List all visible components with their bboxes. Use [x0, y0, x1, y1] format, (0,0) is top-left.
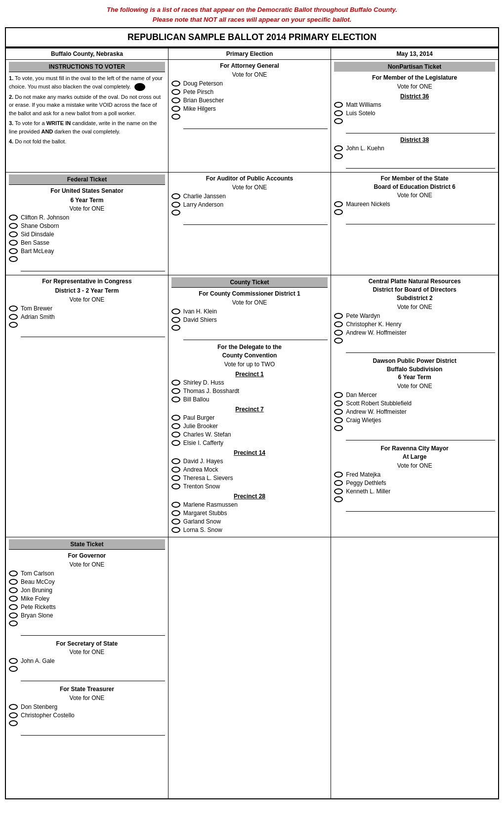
- candidate-oval[interactable]: [171, 527, 180, 533]
- candidate-oval[interactable]: [334, 330, 343, 336]
- write-in-oval[interactable]: [9, 666, 18, 672]
- candidate-oval[interactable]: [171, 106, 180, 112]
- write-in-oval[interactable]: [334, 118, 343, 124]
- candidate-oval[interactable]: [334, 145, 343, 151]
- write-in-oval[interactable]: [334, 496, 343, 502]
- list-item: Peggy Dethlefs: [334, 480, 495, 486]
- candidate-oval[interactable]: [334, 480, 343, 486]
- candidate-oval[interactable]: [171, 432, 180, 437]
- list-item: Margaret Stubbs: [171, 510, 328, 517]
- candidate-oval[interactable]: [334, 321, 343, 327]
- list-item: Craig Wietjes: [334, 417, 495, 424]
- candidate-oval[interactable]: [9, 570, 18, 576]
- legislature-title: For Member of the Legislature: [334, 74, 495, 82]
- list-item: Bart McLeay: [9, 248, 165, 255]
- candidate-oval[interactable]: [9, 658, 18, 664]
- candidate-oval[interactable]: [9, 587, 18, 593]
- write-in-oval[interactable]: [9, 620, 18, 626]
- congress-section: For Representative in Congress District …: [5, 275, 168, 537]
- list-item: Beau McCoy: [9, 578, 165, 585]
- candidate-oval[interactable]: [9, 314, 18, 320]
- write-in-oval[interactable]: [334, 153, 343, 159]
- write-in-oval[interactable]: [171, 114, 180, 120]
- candidate-oval[interactable]: [171, 458, 180, 464]
- auditor-section: For Auditor of Public Accounts Vote for …: [168, 172, 331, 275]
- us-senator-title: For United States Senator: [9, 187, 165, 195]
- candidate-oval[interactable]: [171, 467, 180, 473]
- candidate-oval[interactable]: [171, 483, 180, 489]
- candidate-oval[interactable]: [9, 712, 18, 718]
- candidate-oval[interactable]: [171, 380, 180, 386]
- list-item: Doug Peterson: [171, 80, 328, 87]
- write-in-oval[interactable]: [9, 720, 18, 726]
- candidate-oval[interactable]: [9, 248, 18, 254]
- candidate-oval[interactable]: [171, 193, 180, 199]
- candidate-oval[interactable]: [9, 240, 18, 246]
- candidate-oval[interactable]: [334, 110, 343, 116]
- candidate-oval[interactable]: [9, 215, 18, 220]
- candidate-oval[interactable]: [334, 392, 343, 398]
- candidate-oval[interactable]: [334, 409, 343, 415]
- district36-label: District 36: [334, 93, 495, 100]
- candidate-oval[interactable]: [171, 89, 180, 95]
- candidate-oval[interactable]: [334, 201, 343, 207]
- candidate-oval[interactable]: [9, 596, 18, 602]
- sos-vote: Vote for ONE: [9, 649, 165, 655]
- list-item: Trenton Snow: [171, 483, 328, 490]
- us-senator-vote: Vote for ONE: [9, 205, 165, 212]
- candidate-oval[interactable]: [171, 502, 180, 508]
- county-ticket-header: County Ticket: [171, 277, 328, 288]
- candidate-oval[interactable]: [171, 440, 180, 446]
- candidate-oval[interactable]: [9, 306, 18, 311]
- candidate-oval[interactable]: [171, 317, 180, 323]
- write-in-oval[interactable]: [9, 256, 18, 262]
- central-platte-vote: Vote for ONE: [334, 304, 495, 310]
- candidate-oval[interactable]: [171, 519, 180, 524]
- candidate-oval[interactable]: [171, 415, 180, 421]
- candidate-oval[interactable]: [171, 308, 180, 314]
- candidate-oval[interactable]: [171, 202, 180, 208]
- write-in-oval[interactable]: [171, 325, 180, 331]
- write-in-line: [183, 332, 328, 340]
- write-in-oval[interactable]: [334, 425, 343, 431]
- write-in-line: [183, 121, 328, 129]
- write-in-oval[interactable]: [334, 338, 343, 344]
- list-item: Tom Carlson: [9, 570, 165, 577]
- candidate-oval[interactable]: [171, 475, 180, 481]
- list-item: Tom Brewer: [9, 305, 165, 312]
- candidate-oval[interactable]: [334, 400, 343, 406]
- candidate-oval[interactable]: [171, 97, 180, 103]
- list-item: Larry Anderson: [171, 201, 328, 208]
- candidate-oval[interactable]: [171, 81, 180, 87]
- candidate-oval[interactable]: [171, 423, 180, 429]
- candidate-oval[interactable]: [171, 396, 180, 402]
- candidate-oval[interactable]: [9, 223, 18, 229]
- list-item: Mike Hilgers: [171, 105, 328, 112]
- candidate-oval[interactable]: [334, 313, 343, 319]
- list-item: Luis Sotelo: [334, 110, 495, 117]
- candidate-oval[interactable]: [9, 612, 18, 618]
- candidate-oval[interactable]: [334, 417, 343, 423]
- write-in-oval[interactable]: [9, 322, 18, 328]
- candidate-oval[interactable]: [9, 604, 18, 610]
- candidate-oval[interactable]: [171, 510, 180, 516]
- candidate-oval[interactable]: [334, 472, 343, 478]
- candidate-oval[interactable]: [9, 231, 18, 237]
- election-type: Primary Election: [168, 48, 331, 60]
- list-item: Maureen Nickels: [334, 201, 495, 208]
- candidate-oval[interactable]: [334, 488, 343, 494]
- treasurer-vote: Vote for ONE: [9, 695, 165, 701]
- treasurer-title: For State Treasurer: [9, 685, 165, 694]
- auditor-title: For Auditor of Public Accounts: [171, 175, 328, 183]
- candidate-oval[interactable]: [171, 388, 180, 394]
- list-item: Charlie Janssen: [171, 193, 328, 200]
- write-in-oval[interactable]: [334, 209, 343, 215]
- candidate-oval[interactable]: [9, 704, 18, 710]
- list-item: Julie Brooker: [171, 423, 328, 430]
- candidate-oval[interactable]: [334, 102, 343, 108]
- candidate-oval[interactable]: [9, 579, 18, 585]
- list-item: David J. Hayes: [171, 458, 328, 465]
- list-item: Andrew W. Hoffmeister: [334, 329, 495, 336]
- ag-vote: Vote for ONE: [171, 71, 328, 78]
- write-in-oval[interactable]: [171, 210, 180, 216]
